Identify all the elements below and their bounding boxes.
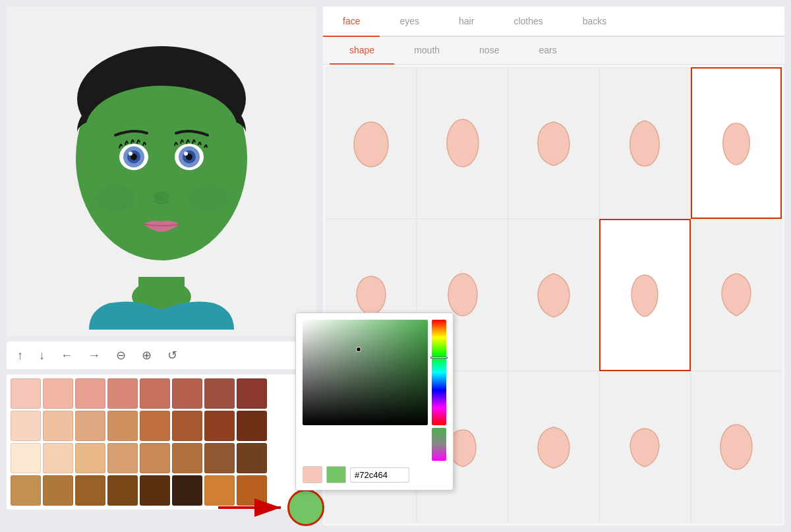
hue-slider[interactable] xyxy=(432,320,446,425)
skin-swatch[interactable] xyxy=(204,378,235,409)
avatar-preview xyxy=(7,7,316,336)
skin-swatch[interactable] xyxy=(43,378,73,409)
tab-eyes[interactable]: eyes xyxy=(380,7,439,37)
skin-swatch[interactable] xyxy=(107,475,138,506)
svg-point-16 xyxy=(96,185,135,211)
gradient-cursor xyxy=(356,347,361,352)
shape-cell[interactable] xyxy=(508,371,599,523)
shape-cell[interactable] xyxy=(599,67,690,219)
skin-palette xyxy=(7,374,316,510)
subtab-ears[interactable]: ears xyxy=(519,37,576,65)
selected-color-area xyxy=(287,489,324,526)
back-button[interactable]: ← xyxy=(58,347,75,364)
red-arrow-icon xyxy=(215,498,287,517)
tab-face[interactable]: face xyxy=(323,7,380,37)
tab-clothes[interactable]: clothes xyxy=(494,7,562,37)
shape-cell[interactable] xyxy=(691,219,782,370)
down-button[interactable]: ↓ xyxy=(36,347,47,364)
svg-point-4 xyxy=(86,86,237,171)
old-color-swatch xyxy=(303,466,322,483)
shape-cell-selected[interactable] xyxy=(599,219,690,370)
svg-point-17 xyxy=(188,185,227,211)
forward-button[interactable]: → xyxy=(86,347,103,364)
color-gradient[interactable] xyxy=(303,320,428,425)
skin-swatch[interactable] xyxy=(75,443,105,473)
new-color-swatch xyxy=(326,466,346,483)
shape-cell[interactable] xyxy=(508,219,599,370)
skin-swatch[interactable] xyxy=(11,443,41,473)
shape-cell[interactable] xyxy=(691,371,782,523)
skin-swatch[interactable] xyxy=(43,443,73,473)
color-picker-popup xyxy=(295,312,454,490)
color-preview-row xyxy=(303,466,446,483)
skin-swatch[interactable] xyxy=(75,411,105,441)
sub-tabs: shape mouth nose ears xyxy=(323,37,784,65)
skin-swatch[interactable] xyxy=(75,475,105,506)
subtab-mouth[interactable]: mouth xyxy=(394,37,459,65)
svg-point-14 xyxy=(184,152,188,156)
skin-swatch[interactable] xyxy=(204,443,235,473)
skin-swatch[interactable] xyxy=(107,378,138,409)
skin-swatch[interactable] xyxy=(75,378,105,409)
skin-swatch[interactable] xyxy=(237,378,267,409)
skin-swatch[interactable] xyxy=(140,411,170,441)
navigation-toolbar: ↑ ↓ ← → ⊖ ⊕ ↺ xyxy=(7,341,316,369)
skin-swatch[interactable] xyxy=(204,411,235,441)
undo-button[interactable]: ↺ xyxy=(165,347,180,364)
svg-point-24 xyxy=(720,425,752,469)
svg-point-15 xyxy=(154,191,169,202)
shape-cell[interactable] xyxy=(417,67,508,219)
svg-point-22 xyxy=(448,274,477,316)
hue-indicator xyxy=(430,357,448,359)
skin-swatch[interactable] xyxy=(140,378,170,409)
shape-cell[interactable] xyxy=(508,67,599,219)
category-tabs: face eyes hair clothes backs xyxy=(323,7,784,37)
skin-swatch[interactable] xyxy=(11,411,41,441)
zoom-out-button[interactable]: ⊖ xyxy=(113,347,129,364)
skin-swatch[interactable] xyxy=(172,443,202,473)
skin-swatch[interactable] xyxy=(11,378,41,409)
shape-cell[interactable] xyxy=(599,371,690,523)
skin-swatch[interactable] xyxy=(237,443,267,473)
svg-point-21 xyxy=(447,119,479,167)
skin-swatch[interactable] xyxy=(43,475,73,506)
shape-cell[interactable] xyxy=(326,67,417,219)
skin-swatch[interactable] xyxy=(140,443,170,473)
svg-point-9 xyxy=(129,152,132,156)
hex-input[interactable] xyxy=(350,467,409,483)
zoom-in-button[interactable]: ⊕ xyxy=(139,347,154,364)
skin-swatch[interactable] xyxy=(140,475,170,506)
subtab-shape[interactable]: shape xyxy=(330,37,394,65)
skin-swatch[interactable] xyxy=(43,411,73,441)
skin-swatch[interactable] xyxy=(172,475,202,506)
skin-swatch[interactable] xyxy=(172,411,202,441)
svg-point-20 xyxy=(354,122,388,167)
up-button[interactable]: ↑ xyxy=(15,347,26,364)
tab-hair[interactable]: hair xyxy=(439,7,494,37)
selected-color-circle[interactable] xyxy=(287,489,324,526)
skin-swatch[interactable] xyxy=(172,378,202,409)
skin-swatch[interactable] xyxy=(11,475,41,506)
subtab-nose[interactable]: nose xyxy=(459,37,519,65)
skin-swatch[interactable] xyxy=(107,443,138,473)
opacity-slider[interactable] xyxy=(432,428,446,461)
tab-backs[interactable]: backs xyxy=(563,7,627,37)
skin-swatch[interactable] xyxy=(107,411,138,441)
skin-swatch[interactable] xyxy=(237,411,267,441)
shape-cell-selected[interactable] xyxy=(691,67,782,219)
